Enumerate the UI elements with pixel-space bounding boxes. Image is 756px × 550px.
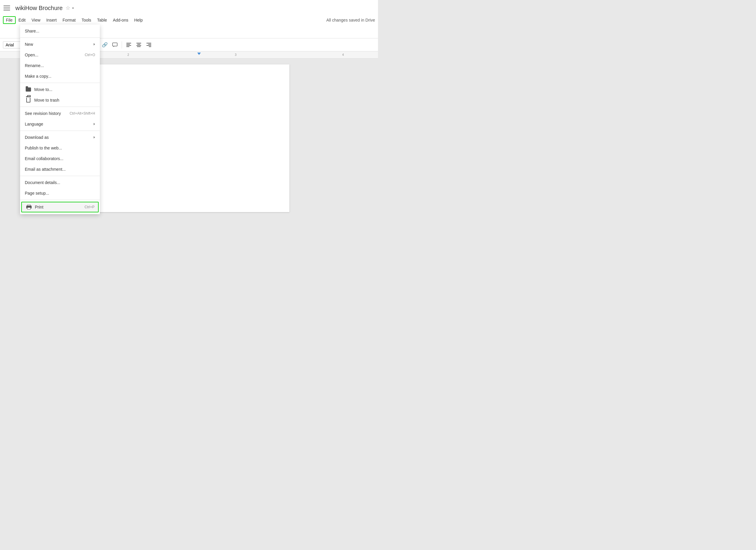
dropdown-item-rename[interactable]: Rename...: [20, 60, 100, 71]
comment-button[interactable]: [110, 40, 119, 49]
dropdown-item-revision[interactable]: See revision history Ctrl+Alt+Shift+H: [20, 108, 100, 119]
menu-item-tools[interactable]: Tools: [79, 16, 94, 24]
align-center-icon: [136, 43, 141, 47]
dropdown-section-print: Print Ctrl+P: [20, 200, 100, 214]
dropdown-item-copy[interactable]: Make a copy...: [20, 71, 100, 82]
open-label: Open...: [25, 53, 85, 57]
publish-label: Publish to the web...: [25, 146, 95, 150]
print-icon: [25, 205, 32, 209]
email-attach-label: Email as attachment...: [25, 167, 95, 172]
dropdown-section-move: Move to... Move to trash: [20, 83, 100, 107]
dropdown-section-share: Share...: [20, 25, 100, 38]
dropdown-item-language[interactable]: Language: [20, 119, 100, 129]
dropdown-item-email-collab[interactable]: Email collaborators...: [20, 153, 100, 164]
dropdown-item-share[interactable]: Share...: [20, 26, 100, 36]
toolbar-separator-3: [122, 41, 122, 48]
dropdown-section-history: See revision history Ctrl+Alt+Shift+H La…: [20, 107, 100, 131]
page-setup-label: Page setup...: [25, 191, 95, 196]
dropdown-section-details: Document details... Page setup...: [20, 176, 100, 200]
drive-folder-icon[interactable]: ▪: [72, 5, 74, 11]
dropdown-item-open[interactable]: Open... Ctrl+O: [20, 50, 100, 60]
menu-item-file[interactable]: File: [3, 16, 16, 24]
ruler-mark-3: 3: [235, 53, 237, 56]
dropdown-section-export: Download as Publish to the web... Email …: [20, 131, 100, 176]
new-label: New: [25, 42, 94, 47]
star-icon[interactable]: ☆: [66, 5, 70, 11]
print-label: Print: [35, 205, 84, 209]
rename-label: Rename...: [25, 63, 95, 68]
link-button[interactable]: 🔗: [100, 40, 109, 49]
font-name-label: Arial: [6, 43, 14, 47]
download-arrow-icon: [94, 136, 95, 139]
align-left-button[interactable]: [124, 40, 133, 49]
document-title: wikiHow Brochure: [15, 5, 63, 12]
dropdown-item-trash[interactable]: Move to trash: [20, 95, 100, 105]
share-label: Share...: [25, 29, 95, 33]
revision-shortcut: Ctrl+Alt+Shift+H: [70, 111, 95, 115]
document-page: [89, 64, 289, 212]
dropdown-item-download[interactable]: Download as: [20, 132, 100, 143]
copy-label: Make a copy...: [25, 74, 95, 79]
dropdown-item-doc-details[interactable]: Document details...: [20, 177, 100, 188]
trash-icon: [25, 98, 32, 102]
moveto-label: Move to...: [34, 87, 95, 92]
dropdown-item-moveto[interactable]: Move to...: [20, 84, 100, 95]
dropdown-item-publish[interactable]: Publish to the web...: [20, 143, 100, 153]
ruler-mark-4: 4: [342, 53, 344, 56]
align-center-button[interactable]: [134, 40, 143, 49]
menu-item-addons[interactable]: Add-ons: [110, 16, 131, 24]
menu-item-insert[interactable]: Insert: [43, 16, 60, 24]
folder-icon: [25, 87, 32, 92]
menu-item-help[interactable]: Help: [131, 16, 146, 24]
align-right-icon: [146, 43, 151, 47]
menu-item-table[interactable]: Table: [94, 16, 110, 24]
menu-item-view[interactable]: View: [29, 16, 43, 24]
ruler-mark-2: 2: [128, 53, 129, 56]
ruler-triangle[interactable]: [197, 53, 201, 55]
revision-label: See revision history: [25, 111, 70, 116]
dropdown-section-file-ops: New Open... Ctrl+O Rename... Make a copy…: [20, 38, 100, 83]
dropdown-item-print[interactable]: Print Ctrl+P: [21, 202, 99, 212]
dropdown-item-new[interactable]: New: [20, 39, 100, 50]
menu-bar: File Edit View Insert Format Tools Table…: [0, 15, 378, 25]
link-icon: 🔗: [102, 42, 108, 48]
menu-item-format[interactable]: Format: [60, 16, 79, 24]
language-label: Language: [25, 122, 94, 126]
align-left-icon: [126, 43, 131, 47]
file-dropdown-menu: Share... New Open... Ctrl+O Rename... Ma…: [20, 25, 100, 214]
comment-icon: [112, 43, 118, 47]
trash-label: Move to trash: [34, 98, 95, 102]
align-right-button[interactable]: [144, 40, 153, 49]
svg-marker-1: [113, 46, 115, 47]
hamburger-menu-icon[interactable]: [4, 4, 12, 12]
doc-details-label: Document details...: [25, 180, 95, 185]
menu-item-edit[interactable]: Edit: [16, 16, 29, 24]
dropdown-item-page-setup[interactable]: Page setup...: [20, 188, 100, 198]
print-shortcut: Ctrl+P: [84, 205, 95, 209]
save-status: All changes saved in Drive: [326, 18, 375, 22]
new-arrow-icon: [94, 43, 95, 45]
download-label: Download as: [25, 135, 94, 140]
dropdown-item-email-attach[interactable]: Email as attachment...: [20, 164, 100, 175]
language-arrow-icon: [94, 123, 95, 125]
svg-rect-0: [113, 43, 117, 46]
email-collab-label: Email collaborators...: [25, 156, 95, 161]
open-shortcut: Ctrl+O: [85, 53, 95, 57]
